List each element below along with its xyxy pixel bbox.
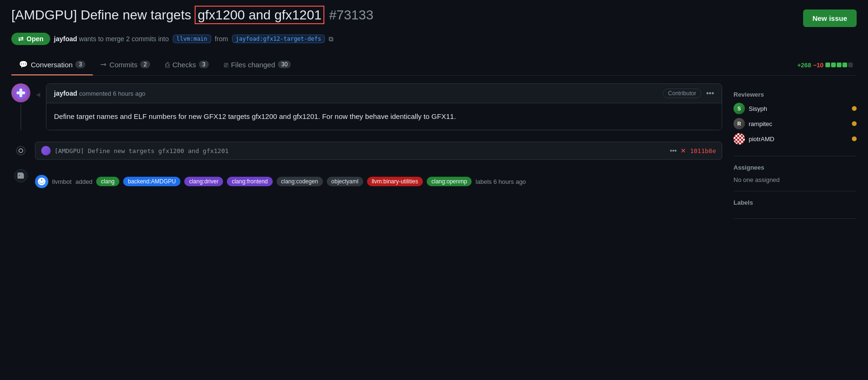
label-clang-frontend[interactable]: clang:frontend [227, 177, 272, 186]
label-llvm-binary-utilities[interactable]: llvm:binary-utilities [367, 177, 423, 186]
comment-header-left: jayfoad commented 6 hours ago [54, 90, 145, 97]
commit-row-wrapper: [AMDGPU] Define new targets gfx1200 and … [11, 138, 722, 163]
reviewer-status-rampitec [852, 121, 857, 126]
label-objectyaml[interactable]: objectyaml [327, 177, 363, 186]
diff-sq-3 [837, 63, 841, 67]
commit-timeline-left [11, 146, 30, 155]
open-badge-icon: ⇄ [18, 35, 24, 43]
head-branch-tag[interactable]: jayfoad:gfx12-target-defs [232, 35, 325, 43]
reviewer-sisyph: S Sisyph [734, 103, 857, 114]
reviewer-name-sisyph[interactable]: Sisyph [749, 105, 767, 112]
pr-meta: ⇄ Open jayfoad wants to merge 2 commits … [11, 33, 857, 45]
diff-sq-5 [848, 63, 853, 67]
commit-title[interactable]: [AMDGPU] Define new targets gfx1200 and … [54, 147, 666, 154]
label-backend-amdgpu[interactable]: backend:AMDGPU [123, 177, 180, 186]
reviewer-name-rampitec[interactable]: rampitec [749, 120, 772, 127]
labels-section: Labels [734, 191, 857, 219]
pr-number: #73133 [329, 8, 373, 23]
tab-commits[interactable]: ⊸ Commits 2 [93, 54, 158, 75]
comment-author[interactable]: jayfoad [54, 90, 77, 97]
label-clang[interactable]: clang [96, 177, 119, 186]
timeline-vert-line [20, 104, 21, 130]
diff-additions: +268 [797, 62, 811, 69]
labels-title: Labels [734, 199, 857, 206]
svg-point-3 [19, 149, 23, 153]
contributor-badge: Contributor [663, 89, 701, 98]
reviewer-sisyph-left: S Sisyph [734, 103, 767, 114]
meta-from: from [215, 35, 228, 43]
conversation-icon: 💬 [19, 60, 28, 69]
commit-dot [16, 146, 26, 155]
diff-sq-1 [825, 63, 830, 67]
new-issue-button[interactable]: New issue [803, 9, 857, 27]
author-name[interactable]: jayfoad [54, 35, 77, 43]
commit-status-icon: ✕ [680, 147, 686, 154]
reviewer-piotramid-left: piotrAMD [734, 133, 774, 145]
commit-hash[interactable]: 1011b8e [690, 147, 716, 154]
reviewer-avatar-sisyph: S [734, 103, 745, 114]
pr-title-highlight: gfx1200 and gfx1201 [195, 6, 324, 24]
label-clang-openmp[interactable]: clang:openmp [427, 177, 472, 186]
reviewer-status-piotramid [852, 136, 857, 141]
reviewer-piotramid: piotrAMD [734, 133, 857, 145]
bot-timeline-left [11, 169, 30, 182]
reviewer-status-sisyph [852, 106, 857, 111]
commit-menu-button[interactable]: ••• [670, 147, 677, 154]
reviewer-rampitec: R rampitec [734, 118, 857, 129]
thread-arrow: ◂ [36, 83, 40, 130]
diff-stats: +268 −10 [797, 62, 857, 69]
tabs-bar: 💬 Conversation 3 ⊸ Commits 2 ⎙ Checks 3 … [11, 54, 857, 76]
timeline-left [11, 83, 30, 130]
tab-files-changed-badge: 30 [278, 61, 291, 68]
comment-body: Define target names and ELF numbers for … [46, 103, 722, 130]
reviewer-rampitec-left: R rampitec [734, 118, 772, 129]
tab-conversation[interactable]: 💬 Conversation 3 [11, 54, 93, 75]
comment-time: commented 6 hours ago [79, 90, 145, 97]
bot-name: llvmbot [52, 178, 72, 185]
reviewer-name-piotramid[interactable]: piotrAMD [749, 136, 774, 143]
comment-body-text: Define target names and ELF numbers for … [54, 112, 456, 120]
bot-avatar [35, 175, 48, 188]
tab-commits-label: Commits [109, 61, 137, 69]
more-button[interactable]: ••• [706, 89, 714, 98]
bot-action: added [75, 178, 92, 185]
tab-files-changed-label: Files changed [231, 61, 275, 69]
open-badge: ⇄ Open [11, 33, 50, 45]
copy-branch-icon[interactable]: ⧉ [329, 35, 333, 43]
base-branch-tag[interactable]: llvm:main [173, 35, 211, 43]
pr-title-prefix: [AMDGPU] Define new targets [11, 8, 195, 22]
tab-conversation-label: Conversation [31, 61, 72, 69]
assignees-title: Assignees [734, 164, 857, 171]
meta-action: wants to merge 2 commits into [79, 35, 169, 43]
tab-checks[interactable]: ⎙ Checks 3 [158, 55, 216, 75]
reviewers-title: Reviewers [734, 91, 857, 98]
commit-item: [AMDGPU] Define new targets gfx1200 and … [35, 142, 722, 160]
assignees-text: No one assigned [734, 176, 780, 183]
label-clang-driver[interactable]: clang:driver [184, 177, 223, 186]
label-clang-codegen[interactable]: clang:codegen [277, 177, 323, 186]
labels-time: labels 6 hours ago [475, 178, 526, 185]
pr-meta-author: jayfoad wants to merge 2 commits into [54, 35, 169, 43]
pr-title: [AMDGPU] Define new targets gfx1200 and … [11, 8, 324, 23]
tab-conversation-badge: 3 [75, 61, 85, 68]
tab-commits-badge: 2 [140, 61, 150, 68]
commit-avatar [41, 146, 51, 155]
comment-box: jayfoad commented 6 hours ago Contributo… [46, 83, 722, 130]
bot-labels-row: llvmbot added clang backend:AMDGPU clang… [11, 163, 722, 199]
main-content: ◂ jayfoad commented 6 hours ago Contribu… [11, 83, 722, 219]
commits-icon: ⊸ [100, 60, 107, 69]
diff-deletions: −10 [813, 62, 823, 69]
svg-rect-2 [17, 91, 25, 94]
checks-icon: ⎙ [165, 61, 170, 69]
comment-header: jayfoad commented 6 hours ago Contributo… [46, 84, 722, 103]
assignees-section: Assignees No one assigned [734, 156, 857, 191]
open-badge-label: Open [27, 35, 44, 43]
labels-row: llvmbot added clang backend:AMDGPU clang… [35, 169, 722, 194]
reviewer-avatar-piotramid [734, 133, 745, 145]
comment-thread: ◂ jayfoad commented 6 hours ago Contribu… [11, 83, 722, 130]
label-icon [14, 169, 27, 182]
reviewers-section: Reviewers S Sisyph R rampitec [734, 83, 857, 156]
reviewer-avatar-rampitec: R [734, 118, 745, 129]
diff-sq-4 [842, 63, 847, 67]
tab-files-changed[interactable]: ⎚ Files changed 30 [216, 55, 299, 75]
